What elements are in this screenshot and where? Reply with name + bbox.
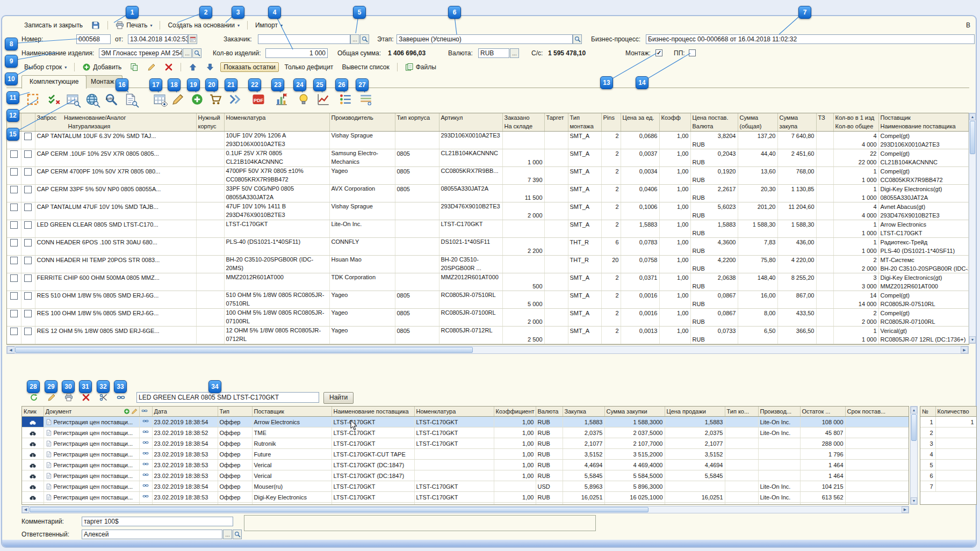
component-row[interactable]: CAP CERM 4700PF 10% 50V X7R 0805 080... … <box>7 167 968 185</box>
mount-type-cell[interactable]: SMT_A <box>568 132 601 149</box>
row-select-cell[interactable] <box>7 238 21 256</box>
import-button[interactable]: Импорт▾ <box>253 21 285 30</box>
unit-price-cell[interactable]: 0,0016 <box>621 309 659 327</box>
pick-cell[interactable] <box>22 417 44 427</box>
pins-cell[interactable]: 2 <box>601 202 621 220</box>
save-close-button[interactable]: Записать и закрыть <box>21 21 85 30</box>
body-cell[interactable] <box>196 202 224 220</box>
supplier-price-cell[interactable]: 1,5883RUB <box>690 220 738 238</box>
supplier-cell[interactable]: Compel(gt)293D106X0010A2TE3 <box>878 132 968 149</box>
document-cell[interactable]: Регистрация цен поставщи... <box>44 449 139 460</box>
supplier-cell[interactable]: Digi-Key Electronics(gt)08055A330JAT2A <box>878 185 968 202</box>
request-checkbox[interactable] <box>24 257 32 264</box>
calendar-button[interactable] <box>188 34 197 44</box>
row-checkbox[interactable] <box>10 292 18 300</box>
pencil-icon[interactable] <box>131 408 138 415</box>
ordered-stock-cell[interactable]: 2 000 <box>502 309 544 327</box>
component-row[interactable]: CAP CERM .10UF 10% 25V X7R 0805 0805... … <box>7 149 968 167</box>
ordered-stock-cell[interactable]: 500 <box>502 273 544 291</box>
offers-vscrollbar[interactable]: ▲ ▼ <box>910 406 918 505</box>
product-choose-button[interactable]: ... <box>183 48 192 58</box>
files-button[interactable]: Файлы <box>402 62 439 72</box>
link-icon[interactable] <box>141 408 148 414</box>
row-checkbox[interactable] <box>10 168 18 176</box>
qty-field[interactable]: 1 000 <box>265 48 328 58</box>
manufacturer-cell[interactable]: Yageo <box>329 327 395 344</box>
scroll-left-icon[interactable]: ◀ <box>7 346 15 353</box>
link-cell[interactable] <box>139 417 152 427</box>
row-select-cell[interactable] <box>7 273 21 291</box>
target-cell[interactable] <box>544 309 568 327</box>
body-cell[interactable] <box>196 291 224 309</box>
coeff-cell[interactable]: 1,00 <box>659 202 690 220</box>
link-offer-button[interactable] <box>116 393 126 402</box>
mount-type-cell[interactable]: SMT_A <box>568 220 601 238</box>
move-up-button[interactable] <box>186 62 200 72</box>
tz-cell[interactable] <box>816 167 833 185</box>
document-cell[interactable]: Регистрация цен поставщи... <box>44 503 139 505</box>
tz-cell[interactable] <box>816 273 833 291</box>
article-cell[interactable]: MMZ2012R601AT000 <box>439 273 502 291</box>
qty-cell[interactable]: 2222 000 <box>833 149 878 167</box>
plus-icon[interactable] <box>124 408 130 415</box>
nomenclature-cell[interactable]: 0.1UF 25V X7R 0805 CL21B104KACNNNC <box>224 149 329 167</box>
request-cell[interactable] <box>21 309 35 327</box>
stage-search-button[interactable] <box>573 34 582 44</box>
supplier-price-cell[interactable]: 0,1920RUB <box>690 167 738 185</box>
ordered-stock-cell[interactable]: 2 000 <box>502 202 544 220</box>
print-list-button[interactable]: Вывести список <box>339 63 392 71</box>
pins-cell[interactable]: 2 <box>601 309 621 327</box>
component-row[interactable]: CONN HEADER HI TEMP 20POS STR 0083... BH… <box>7 256 968 273</box>
document-cell[interactable]: Регистрация цен поставщи... <box>44 417 139 427</box>
body-cell[interactable] <box>196 256 224 273</box>
request-cell[interactable] <box>21 167 35 185</box>
target-cell[interactable] <box>544 185 568 202</box>
link-cell[interactable] <box>139 427 152 438</box>
package-cell[interactable]: 0805 <box>395 291 439 309</box>
request-checkbox[interactable] <box>24 221 32 229</box>
target-cell[interactable] <box>544 167 568 185</box>
pick-cell[interactable] <box>22 460 44 470</box>
name-cell[interactable]: CAP CERM 4700PF 10% 50V X7R 0805 080... <box>35 167 196 185</box>
pdf-export-icon[interactable] <box>250 91 266 107</box>
price-dynamics-icon[interactable] <box>315 91 332 107</box>
row-checkbox[interactable] <box>10 274 18 282</box>
tz-cell[interactable] <box>816 185 833 202</box>
component-row[interactable]: CAP TANTALUM 47UF 10V 10% SMD TAJB... 47… <box>7 202 968 220</box>
unit-price-cell[interactable]: 0,0371 <box>621 273 659 291</box>
tz-cell[interactable] <box>816 132 833 149</box>
package-cell[interactable]: 0805 <box>395 185 439 202</box>
coeff-cell[interactable]: 1,00 <box>659 291 690 309</box>
sum-purchase-cell[interactable]: 768,00 <box>777 167 816 185</box>
sum-total-cell[interactable]: 7,83 <box>738 238 777 256</box>
scroll-left-icon[interactable]: ◀ <box>22 506 29 513</box>
name-cell[interactable]: CONN HEADER 6POS .100 STR 30AU 680... <box>35 238 196 256</box>
pick-cell[interactable] <box>22 470 44 481</box>
supplier-price-cell[interactable]: 0,0867RUB <box>690 291 738 309</box>
supplier-price-cell[interactable]: 0,0867RUB <box>690 309 738 327</box>
components-vscrollbar[interactable]: ▲ ▼ <box>969 113 976 344</box>
name-cell[interactable]: CAP TANTALUM 47UF 10V 10% SMD TAJB... <box>35 202 196 220</box>
target-cell[interactable] <box>544 132 568 149</box>
link-cell[interactable] <box>139 481 152 492</box>
qty-cell[interactable]: 22 000 <box>833 256 878 273</box>
nomenclature-cell[interactable]: BH-20 C3510-20SPGB00R (IDC-20MS) <box>224 256 329 273</box>
sum-purchase-cell[interactable]: 436,00 <box>777 238 816 256</box>
document-cell[interactable]: Регистрация цен поставщи... <box>44 470 139 481</box>
supplier-price-cell[interactable]: 4,2200RUB <box>690 256 738 273</box>
sum-total-cell[interactable]: 8,00 <box>738 309 777 327</box>
pick-cell[interactable] <box>22 449 44 460</box>
supplier-price-cell[interactable]: 0,2043RUB <box>690 149 738 167</box>
qty-cell[interactable]: 1414 000 <box>833 291 878 309</box>
component-row[interactable]: CAP TANTALUM 10UF 6.3V 20% SMD TAJ... 10… <box>7 132 968 149</box>
target-cell[interactable] <box>544 256 568 273</box>
select-area-icon[interactable] <box>25 91 41 107</box>
sum-purchase-cell[interactable]: 2 451,60 <box>777 149 816 167</box>
print-button[interactable]: Печать▾ <box>113 20 155 30</box>
qty-row[interactable]: 11 <box>920 417 976 427</box>
pins-cell[interactable]: 2 <box>601 273 621 291</box>
pick-cell[interactable] <box>22 492 44 503</box>
add-circle-icon[interactable] <box>189 91 205 107</box>
name-cell[interactable]: CAP CERM .10UF 10% 25V X7R 0805 0805... <box>35 149 196 167</box>
supplier-price-cell[interactable]: 3,8204RUB <box>690 132 738 149</box>
